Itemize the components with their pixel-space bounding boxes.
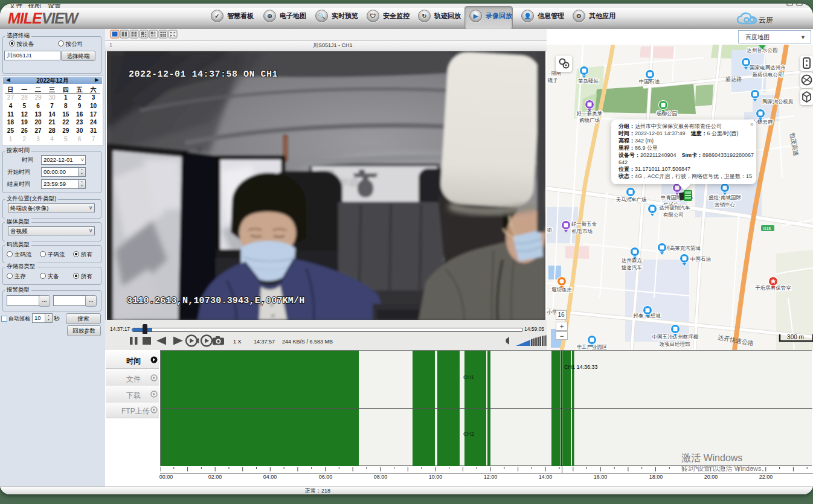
- svg-text:盛煌·南城国际: 盛煌·南城国际: [709, 194, 741, 200]
- svg-text:购物广场: 购物广场: [579, 117, 600, 123]
- svg-text:盛达路: 盛达路: [725, 76, 742, 82]
- svg-text:达州森垚: 达州森垚: [621, 257, 643, 263]
- svg-text:机电市场: 机电市场: [571, 228, 593, 234]
- svg-text:营销中心: 营销中心: [715, 202, 736, 208]
- svg-text:244 KB/S / 6.583 MB: 244 KB/S / 6.583 MB: [282, 339, 333, 345]
- svg-text:CH1: CH1: [463, 374, 474, 380]
- svg-text:国家电网达州市: 国家电网达州市: [750, 65, 786, 71]
- svg-text:改项目经理部: 改项目经理部: [660, 341, 690, 347]
- svg-text:杨柳公园: 杨柳公园: [657, 110, 677, 116]
- svg-text:CH2: CH2: [463, 431, 474, 437]
- svg-text:300 m: 300 m: [787, 334, 804, 340]
- svg-text:捷途汽车: 捷途汽车: [622, 264, 643, 270]
- svg-text:达州骏翔汽车: 达州骏翔汽车: [659, 205, 691, 211]
- svg-text:陶家沟公租房: 陶家沟公租房: [763, 98, 794, 104]
- svg-text:街: 街: [547, 227, 553, 233]
- svg-text:新桥供电公司: 新桥供电公司: [753, 72, 783, 78]
- svg-text:同高莱克汽贸城: 同高莱克汽贸城: [664, 245, 701, 251]
- svg-text:G18: G18: [763, 226, 771, 231]
- svg-text:中国石油: 中国石油: [690, 256, 711, 262]
- svg-text:2022-12-01 14:37:58 ON CH1: 2022-12-01 14:37:58 ON CH1: [129, 69, 278, 80]
- svg-text:3110.2613,N,10730.3943,E,007KM: 3110.2613,N,10730.3943,E,007KM/H: [127, 296, 304, 306]
- svg-text:镜子: 镜子: [547, 77, 559, 83]
- svg-text:好一新五金: 好一新五金: [571, 221, 597, 227]
- svg-text:CH1 14:36:33: CH1 14:36:33: [564, 364, 598, 370]
- svg-text:14:37:57: 14:37:57: [254, 339, 275, 345]
- svg-text:有限公司: 有限公司: [663, 212, 684, 218]
- svg-text:菜鸟驿站: 菜鸟驿站: [578, 78, 599, 84]
- svg-text:1 X: 1 X: [233, 339, 242, 345]
